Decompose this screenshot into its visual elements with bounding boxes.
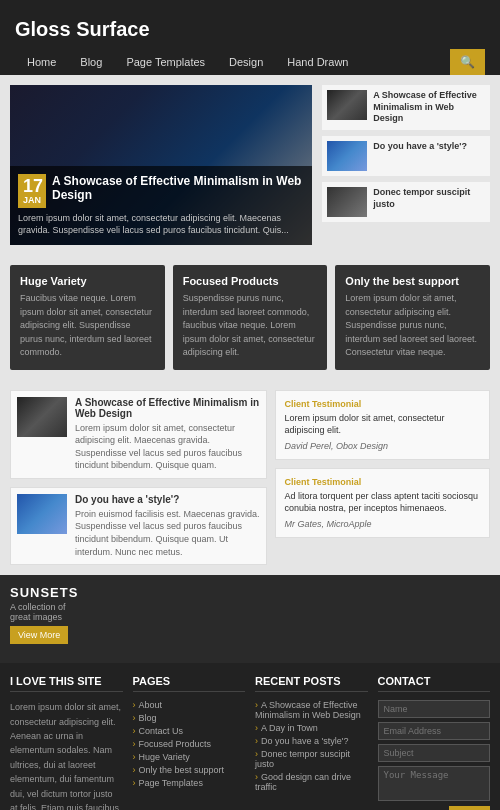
footer-about: I LOVE THIS SITE Lorem ipsum dolor sit a… [10,675,123,810]
hero-sidebar: A Showcase of Effective Minimalism in We… [322,85,490,245]
feature-box-2: Focused Products Suspendisse purus nunc,… [173,265,328,370]
site-title: Gloss Surface [15,10,485,49]
footer-page-about[interactable]: About [133,700,246,710]
hero-date: 17 JAN A Showcase of Effective Minimalis… [18,174,304,208]
feature-text-2: Suspendisse purus nunc, interdum sed lao… [183,292,318,360]
gallery-header: SUNSETS A collection ofgreat images View… [10,585,490,645]
testimonial-label-2: Client Testimonial [284,477,481,487]
posts-column: A Showcase of Effective Minimalism in We… [10,390,267,566]
nav-home[interactable]: Home [15,49,68,75]
footer-page-blog[interactable]: Blog [133,713,246,723]
post-item-2[interactable]: Do you have a 'style'? Proin euismod fac… [10,487,267,565]
footer-page-templates[interactable]: Page Templates [133,778,246,788]
hero-side-item-1[interactable]: A Showcase of Effective Minimalism in We… [322,85,490,130]
feature-box-1: Huge Variety Faucibus vitae neque. Lorem… [10,265,165,370]
post-text-2: Proin euismod facilisis est. Maecenas gr… [75,508,260,558]
gallery-title: SUNSETS [10,585,78,600]
post-thumb-1 [17,397,67,437]
middle-section: A Showcase of Effective Minimalism in We… [0,380,500,576]
footer-contact: CONTACT Send [378,675,491,810]
feature-text-1: Faucibus vitae neque. Lorem ipsum dolor … [20,292,155,360]
nav: Home Blog Page Templates Design Hand Dra… [15,49,485,75]
contact-message-input[interactable] [378,766,491,801]
hero-main: 17 JAN A Showcase of Effective Minimalis… [10,85,312,245]
footer-about-text: Lorem ipsum dolor sit amet, consectetur … [10,700,123,810]
footer-page-support[interactable]: Only the best support [133,765,246,775]
post-text-1: Lorem ipsum dolor sit amet, consectetur … [75,422,260,472]
hero-side-text-3: Donec tempor suscipit justo [373,187,485,210]
hero-side-thumb-2 [327,141,367,171]
hero-title[interactable]: A Showcase of Effective Minimalism in We… [52,174,304,202]
post-item-1[interactable]: A Showcase of Effective Minimalism in We… [10,390,267,479]
footer-recent-2[interactable]: A Day in Town [255,723,368,733]
footer-pages: PAGES About Blog Contact Us Focused Prod… [133,675,246,810]
features-section: Huge Variety Faucibus vitae neque. Lorem… [0,255,500,380]
feature-title-1: Huge Variety [20,275,155,287]
nav-hand-drawn[interactable]: Hand Drawn [275,49,360,75]
header: Gloss Surface Home Blog Page Templates D… [0,0,500,75]
feature-title-2: Focused Products [183,275,318,287]
testimonial-label-1: Client Testimonial [284,399,481,409]
testimonials-column: Client Testimonial Lorem ipsum dolor sit… [275,390,490,566]
post-title-2: Do you have a 'style'? [75,494,260,505]
footer-recent: RECENT POSTS A Showcase of Effective Min… [255,675,368,810]
footer-recent-3[interactable]: Do you have a 'style'? [255,736,368,746]
search-button[interactable]: 🔍 [450,49,485,75]
hero-overlay: 17 JAN A Showcase of Effective Minimalis… [10,166,312,245]
footer-pages-title: PAGES [133,675,246,692]
footer-columns: I LOVE THIS SITE Lorem ipsum dolor sit a… [10,675,490,810]
gallery-info: SUNSETS A collection ofgreat images View… [10,585,78,644]
post-title-1: A Showcase of Effective Minimalism in We… [75,397,260,419]
footer-contact-title: CONTACT [378,675,491,692]
contact-name-input[interactable] [378,700,491,718]
hero-side-text-1: A Showcase of Effective Minimalism in We… [373,90,485,125]
testimonial-text-2: Ad litora torquent per class aptent taci… [284,490,481,515]
hero-side-text-2: Do you have a 'style'? [373,141,467,153]
footer-page-focused[interactable]: Focused Products [133,739,246,749]
post-thumb-2 [17,494,67,534]
gallery-images [88,585,108,645]
gallery-section: SUNSETS A collection ofgreat images View… [0,575,500,663]
hero-side-thumb-3 [327,187,367,217]
contact-send-button[interactable]: Send [449,806,490,810]
testimonial-text-1: Lorem ipsum dolor sit amet, consectetur … [284,412,481,437]
hero-date-day: 17 [23,177,41,195]
footer-page-contact[interactable]: Contact Us [133,726,246,736]
testimonial-author-2: Mr Gates, MicroApple [284,519,481,529]
hero-section: 17 JAN A Showcase of Effective Minimalis… [0,75,500,255]
footer: I LOVE THIS SITE Lorem ipsum dolor sit a… [0,663,500,810]
hero-date-box: 17 JAN [18,174,46,208]
testimonial-1: Client Testimonial Lorem ipsum dolor sit… [275,390,490,460]
nav-page-templates[interactable]: Page Templates [114,49,217,75]
testimonial-author-1: David Perel, Obox Design [284,441,481,451]
footer-page-huge[interactable]: Huge Variety [133,752,246,762]
post-content-1: A Showcase of Effective Minimalism in We… [75,397,260,472]
footer-recent-4[interactable]: Donec tempor suscipit justo [255,749,368,769]
hero-image: 17 JAN A Showcase of Effective Minimalis… [10,85,312,245]
hero-side-item-3[interactable]: Donec tempor suscipit justo [322,182,490,222]
footer-recent-1[interactable]: A Showcase of Effective Minimalism in We… [255,700,368,720]
hero-side-item-2[interactable]: Do you have a 'style'? [322,136,490,176]
feature-title-3: Only the best support [345,275,480,287]
footer-recent-5[interactable]: Good design can drive traffic [255,772,368,792]
testimonial-2: Client Testimonial Ad litora torquent pe… [275,468,490,538]
gallery-subtitle: A collection ofgreat images [10,602,78,622]
nav-design[interactable]: Design [217,49,275,75]
hero-excerpt: Lorem ipsum dolor sit amet, consectetur … [18,212,304,237]
hero-date-month: JAN [23,195,41,205]
hero-side-thumb-1 [327,90,367,120]
contact-subject-input[interactable] [378,744,491,762]
footer-about-title: I LOVE THIS SITE [10,675,123,692]
post-content-2: Do you have a 'style'? Proin euismod fac… [75,494,260,558]
feature-box-3: Only the best support Lorem ipsum dolor … [335,265,490,370]
nav-blog[interactable]: Blog [68,49,114,75]
feature-text-3: Lorem ipsum dolor sit amet, consectetur … [345,292,480,360]
view-more-button[interactable]: View More [10,626,68,644]
contact-email-input[interactable] [378,722,491,740]
footer-recent-title: RECENT POSTS [255,675,368,692]
